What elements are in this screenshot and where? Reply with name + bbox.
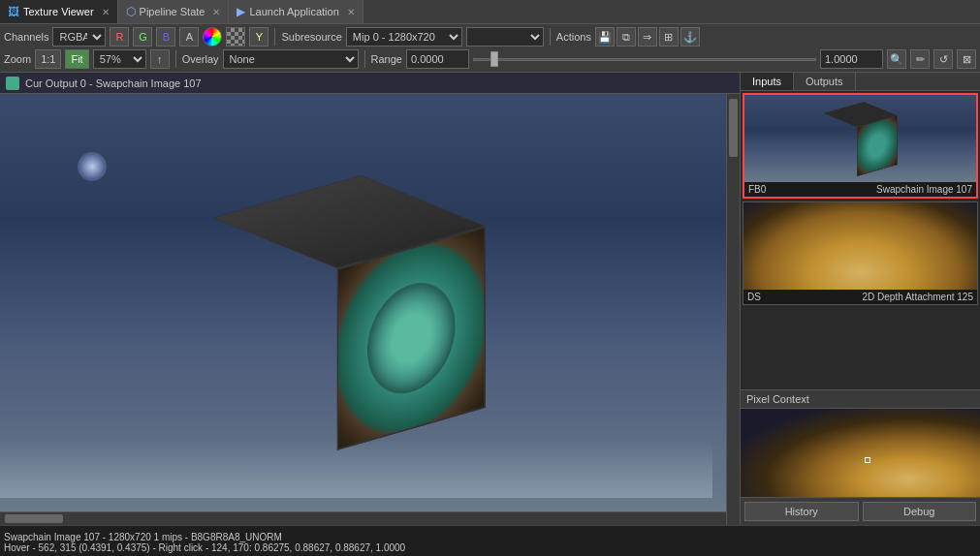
thumbnail-item-ds[interactable]: DS 2D Depth Attachment 125 (743, 201, 978, 305)
channel-b-button[interactable]: B (156, 27, 175, 46)
range-min-input[interactable] (406, 49, 469, 69)
scrollbar-x-thumb[interactable] (5, 514, 63, 523)
channels-label: Channels (4, 31, 48, 43)
tab-pipeline-state[interactable]: ⬡ Pipeline State ✕ (118, 0, 230, 23)
channel-y-button[interactable]: Y (249, 27, 269, 46)
channel-a-button[interactable]: A (179, 27, 199, 46)
right-panel: Inputs Outputs (740, 73, 980, 525)
tab-launch-application-label: Launch Application (249, 6, 338, 17)
channel-g-button[interactable]: G (133, 27, 152, 46)
separator-4 (364, 50, 365, 68)
status-hover-info: Hover - 562, 315 (0.4391, 0.4375) - Righ… (4, 542, 405, 553)
link-action-icon[interactable]: ⚓ (680, 27, 700, 46)
launch-app-tab-icon: ▶ (237, 5, 245, 18)
pixel-debug-button[interactable]: Debug (863, 502, 977, 521)
zoom-up-button[interactable]: ↑ (150, 49, 170, 69)
thumbnails-panel: Inputs Outputs (741, 73, 980, 389)
thumbnail-label-ds: DS 2D Depth Attachment 125 (743, 290, 977, 304)
goto-action-icon[interactable]: ⇒ (638, 27, 657, 46)
pixel-context-view (741, 409, 980, 497)
thumb-cube-front (857, 114, 898, 176)
copy-action-icon[interactable]: ⧉ (616, 27, 636, 46)
thumb-ds-right: 2D Depth Attachment 125 (862, 292, 973, 302)
pixel-context-title: Pixel Context (741, 390, 980, 409)
channel-r-button[interactable]: R (110, 27, 129, 46)
viewport-scrollbar-y[interactable] (726, 94, 740, 525)
range-track (473, 49, 816, 69)
tab-launch-application-close[interactable]: ✕ (347, 7, 355, 17)
range-reset-icon[interactable]: ↺ (933, 49, 953, 69)
separator-1 (274, 28, 275, 46)
actions-label: Actions (556, 31, 591, 43)
thumb-ds-left: DS (747, 292, 761, 302)
texture-3d-box (274, 201, 423, 425)
range-line (473, 58, 816, 61)
action-icons-group: 💾 ⧉ ⇒ ⊞ ⚓ (595, 27, 700, 46)
texture-display[interactable] (0, 94, 726, 511)
texture-viewport: Cur Output 0 - Swapchain Image 107 (0, 73, 740, 525)
slice-select[interactable] (466, 27, 544, 46)
thumbnail-image-fb0 (744, 95, 976, 182)
horizon-glow (0, 440, 712, 498)
tab-inputs[interactable]: Inputs (741, 73, 794, 90)
overlay-label: Overlay (182, 53, 219, 65)
status-line-1: Swapchain Image 107 - 1280x720 1 mips - … (4, 532, 976, 542)
tab-texture-viewer[interactable]: 🖼 Texture Viewer ✕ (0, 0, 118, 23)
scrollbar-y-thumb[interactable] (729, 99, 738, 157)
viewport-scrollbar-x[interactable] (0, 511, 726, 525)
tab-bar: 🖼 Texture Viewer ✕ ⬡ Pipeline State ✕ ▶ … (0, 0, 980, 24)
checker-button[interactable] (226, 27, 245, 46)
thumb-fb0-right: Swapchain Image 107 (876, 184, 972, 195)
viewport-titlebar: Cur Output 0 - Swapchain Image 107 (0, 73, 740, 94)
thumbnail-item-fb0[interactable]: FB0 Swapchain Image 107 (743, 93, 978, 199)
zoom-1-1-button[interactable]: 1:1 (35, 49, 61, 69)
texture-viewer-tab-icon: 🖼 (8, 5, 19, 18)
tab-pipeline-state-close[interactable]: ✕ (212, 7, 220, 17)
range-max-input[interactable] (820, 49, 883, 69)
zoom-fit-button[interactable]: Fit (65, 49, 88, 69)
thumbnail-cube (839, 108, 880, 170)
separator-2 (550, 28, 551, 46)
tab-outputs[interactable]: Outputs (794, 73, 856, 90)
thumbnail-label-fb0: FB0 Swapchain Image 107 (744, 182, 976, 197)
tab-pipeline-state-label: Pipeline State (140, 6, 205, 17)
range-eyedrop-icon[interactable]: ✏ (910, 49, 930, 69)
save-action-icon[interactable]: 💾 (595, 27, 615, 46)
color-wheel-button[interactable] (203, 27, 222, 46)
mip-select[interactable]: Mip 0 - 1280x720 (346, 27, 462, 46)
main-layout: Cur Output 0 - Swapchain Image 107 Input… (0, 73, 980, 525)
toolbar-row-1: Channels RGBA R G B A Y Subresource Mip … (4, 27, 976, 46)
range-auto-icon[interactable]: ⊠ (957, 49, 976, 69)
subresource-label: Subresource (281, 31, 341, 43)
thumbnail-list: FB0 Swapchain Image 107 DS 2D Depth Atta… (741, 91, 980, 389)
pixel-context-buttons: History Debug (741, 497, 980, 525)
toolbar-row-2: Zoom 1:1 Fit 57% ↑ Overlay None Range 🔍 … (4, 49, 976, 69)
status-line-2: Hover - 562, 315 (0.4391, 0.4375) - Righ… (4, 542, 976, 553)
viewport-icon (6, 77, 19, 90)
tab-launch-application[interactable]: ▶ Launch Application ✕ (229, 0, 363, 23)
tab-texture-viewer-close[interactable]: ✕ (102, 7, 110, 17)
pixel-history-button[interactable]: History (744, 502, 859, 521)
overlay-select[interactable]: None (223, 49, 359, 69)
tab-texture-viewer-label: Texture Viewer (23, 6, 94, 17)
status-texture-info: Swapchain Image 107 - 1280x720 1 mips - … (4, 532, 282, 542)
viewport-title: Cur Output 0 - Swapchain Image 107 (25, 77, 202, 89)
zoom-label: Zoom (4, 53, 31, 65)
range-pick-icon[interactable]: 🔍 (887, 49, 906, 69)
status-bar: Swapchain Image 107 - 1280x720 1 mips - … (0, 525, 980, 556)
sun-glow (78, 152, 107, 181)
pixel-marker (865, 457, 870, 463)
range-label: Range (371, 53, 402, 65)
toolbar: Channels RGBA R G B A Y Subresource Mip … (0, 24, 980, 73)
separator-3 (175, 50, 176, 68)
pixel-context-panel: Pixel Context History Debug (741, 389, 980, 525)
pipeline-state-tab-icon: ⬡ (126, 5, 136, 18)
zoom-percent-select[interactable]: 57% (93, 49, 146, 69)
channels-select[interactable]: RGBA (52, 27, 106, 46)
search-action-icon[interactable]: ⊞ (659, 27, 679, 46)
range-thumb[interactable] (490, 51, 498, 67)
thumb-fb0-left: FB0 (748, 184, 766, 195)
thumbnail-tabs: Inputs Outputs (741, 73, 980, 91)
thumbnail-image-ds (743, 202, 977, 290)
